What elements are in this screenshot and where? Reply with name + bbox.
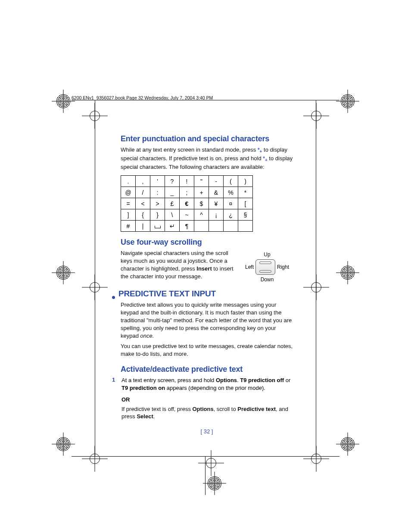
crop-target-icon xyxy=(340,94,355,109)
heading-punctuation: Enter punctuation and special characters xyxy=(121,134,293,143)
char-cell: = xyxy=(121,198,136,209)
char-cell: ¡ xyxy=(209,209,224,221)
paragraph: Navigate special characters using the sc… xyxy=(121,249,237,280)
text: While at any text entry screen in standa… xyxy=(121,146,258,153)
options-label: Options xyxy=(216,377,237,383)
char-cell: _ xyxy=(165,187,180,198)
char-cell: & xyxy=(209,187,224,198)
char-cell: } xyxy=(150,209,165,221)
char-cell: ! xyxy=(180,176,194,187)
crop-target-icon xyxy=(207,476,222,491)
char-cell: , xyxy=(136,176,150,187)
crop-cross-icon xyxy=(303,446,329,472)
scrollpad-icon xyxy=(255,259,275,275)
crop-cross-icon xyxy=(198,450,224,476)
char-cell: ' xyxy=(150,176,165,187)
paragraph: If predictive text is off, press Options… xyxy=(121,405,293,421)
up-label: Up xyxy=(241,252,293,258)
char-cell: ~ xyxy=(180,209,194,221)
char-cell: - xyxy=(209,176,224,187)
char-cell: > xyxy=(150,198,165,209)
predictive-text-label: Predictive text xyxy=(237,406,276,412)
scroll-figure: Up Left Right Down xyxy=(241,252,293,283)
options-label: Options xyxy=(193,406,214,412)
char-cell xyxy=(194,221,209,232)
or-separator: OR xyxy=(121,396,293,403)
select-label: Select xyxy=(137,413,153,420)
char-cell: ↵ xyxy=(165,221,180,232)
text-italic: once. xyxy=(140,333,154,339)
char-cell: $ xyxy=(194,198,209,209)
right-label: Right xyxy=(277,264,289,270)
char-cell: § xyxy=(238,209,253,221)
star-key-icon: *+ xyxy=(263,156,268,162)
crop-target-icon xyxy=(56,94,71,109)
down-label: Down xyxy=(241,277,293,283)
char-cell: ) xyxy=(238,176,253,187)
char-cell: € xyxy=(180,198,194,209)
char-cell xyxy=(209,221,224,232)
crop-target-icon xyxy=(340,265,355,280)
step-number: 1 xyxy=(112,376,117,392)
crop-line xyxy=(95,100,95,456)
crop-cross-icon xyxy=(303,274,329,300)
special-characters-table: .,'?!"-()@/:_;+&%*=<>£€$¥¤[]{}\~^¡¿§#|↵¶ xyxy=(121,175,253,232)
paragraph: While at any text entry screen in standa… xyxy=(121,146,293,171)
running-header: 6200.ENv1_9356027.book Page 32 Wednesday… xyxy=(72,95,213,100)
t9-off-label: T9 prediction off xyxy=(240,377,284,383)
char-cell: ( xyxy=(224,176,238,187)
page-number: [ 32 ] xyxy=(121,428,293,435)
char-cell: ; xyxy=(180,187,194,198)
char-cell: / xyxy=(136,187,150,198)
heading-predictive: PREDICTIVE TEXT INPUT xyxy=(118,289,216,299)
char-cell: ^ xyxy=(194,209,209,221)
char-cell: # xyxy=(121,221,136,232)
crop-target-icon xyxy=(340,437,355,451)
char-cell: * xyxy=(238,187,253,198)
char-cell: ? xyxy=(165,176,180,187)
char-cell: + xyxy=(194,187,209,198)
paragraph: Predictive text allows you to quickly wr… xyxy=(121,301,293,340)
char-cell: % xyxy=(224,187,238,198)
text: At a text entry screen, press and hold O… xyxy=(121,376,293,392)
bullet-icon xyxy=(112,296,115,299)
char-cell: £ xyxy=(165,198,180,209)
list-item: 1 At a text entry screen, press and hold… xyxy=(112,376,293,392)
char-cell: " xyxy=(194,176,209,187)
star-key-icon: *+ xyxy=(258,147,262,153)
paragraph: You can use predictive text to write mes… xyxy=(121,342,293,358)
char-cell xyxy=(238,221,253,232)
char-cell: . xyxy=(121,176,136,187)
char-cell: ¥ xyxy=(209,198,224,209)
left-label: Left xyxy=(245,264,254,270)
section-heading: PREDICTIVE TEXT INPUT xyxy=(112,289,293,299)
heading-scrolling: Use four-way scrolling xyxy=(121,238,293,247)
crop-cross-icon xyxy=(303,103,329,129)
char-cell: \ xyxy=(165,209,180,221)
char-cell: ¤ xyxy=(224,198,238,209)
char-cell: < xyxy=(136,198,150,209)
char-cell: ¿ xyxy=(224,209,238,221)
crop-line xyxy=(205,456,206,495)
t9-on-label: T9 prediction on xyxy=(121,385,165,391)
insert-label: Insert xyxy=(196,265,212,272)
footer-rule xyxy=(72,456,339,457)
char-cell: [ xyxy=(238,198,253,209)
char-cell: : xyxy=(150,187,165,198)
char-cell: ] xyxy=(121,209,136,221)
char-cell xyxy=(224,221,238,232)
crop-target-icon xyxy=(56,437,71,451)
heading-activate: Activate/deactivate predictive text xyxy=(121,365,293,374)
char-cell: { xyxy=(136,209,150,221)
char-cell: | xyxy=(136,221,150,232)
crop-target-icon xyxy=(56,265,71,280)
char-cell: @ xyxy=(121,187,136,198)
crop-line xyxy=(316,100,316,456)
char-cell xyxy=(150,221,165,232)
char-cell: ¶ xyxy=(180,221,194,232)
